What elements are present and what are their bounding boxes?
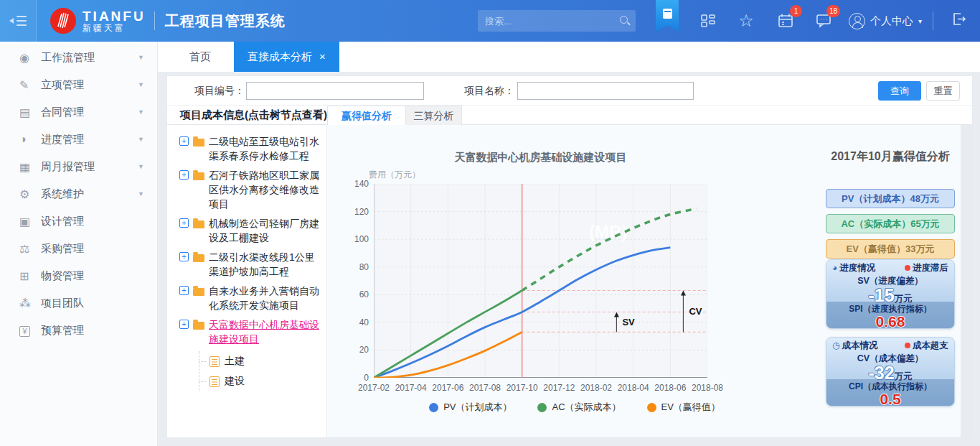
chevron-down-icon: ▾: [918, 17, 922, 25]
sidebar-item-label: 周月报管理: [41, 160, 95, 174]
x-tick: 2017-08: [466, 383, 504, 393]
legend-label: EV（赢得值）: [661, 401, 720, 414]
y-tick: 60: [340, 289, 369, 299]
x-tick: 2018-04: [614, 383, 653, 393]
calendar-badge: 1: [790, 5, 802, 17]
close-icon[interactable]: ×: [319, 50, 326, 62]
sidebar-item-label: 物资管理: [41, 269, 84, 283]
scrollbar-track[interactable]: [961, 125, 972, 437]
message-badge: 18: [826, 5, 840, 17]
tree-leaf-1[interactable]: 建设: [199, 371, 319, 391]
tab-earned-value-analysis[interactable]: 赢得值分析: [327, 106, 406, 126]
sidebar-item-label: 采购管理: [41, 242, 84, 256]
logout-icon[interactable]: [951, 11, 966, 29]
schedule-card: ◕进度情况 进度滞后 SV（进度偏差） -15万元 SPI（进度执行指标） 0.…: [826, 259, 955, 329]
sidebar-item-3[interactable]: ◑进度管理▼: [0, 126, 157, 153]
x-tick: 2017-06: [428, 383, 467, 393]
expand-plus-icon[interactable]: +: [179, 252, 189, 261]
sidebar-item-label: 进度管理: [41, 133, 84, 147]
tab-direct-cost-analysis[interactable]: 直接成本分析×: [234, 42, 339, 72]
tab-three-estimate-analysis[interactable]: 三算分析: [406, 106, 462, 126]
spi-value: 0.68: [826, 315, 954, 328]
apps-grid-icon[interactable]: [699, 11, 717, 30]
tree-node-label: 二级引水渠改线段1公里渠道护坡加高工程: [209, 250, 319, 279]
y-tick: 100: [340, 234, 369, 244]
sidebar-collapse-button[interactable]: [0, 0, 37, 42]
sidebar-item-0[interactable]: ◉工作流管理▼: [0, 44, 157, 71]
search-button[interactable]: 查询: [878, 81, 921, 101]
system-maintenance-icon: ⚙: [19, 187, 41, 201]
tianfu-logo-icon: [50, 7, 77, 34]
messages-icon[interactable]: 18: [814, 11, 833, 30]
sidebar-item-6[interactable]: ▣设计管理: [0, 208, 157, 235]
legend-item[interactable]: AC（实际成本）: [537, 401, 621, 414]
tree-node-0[interactable]: +二级电站至五级电站引水渠系春系停水检修工程: [179, 134, 319, 163]
sidebar-item-10[interactable]: ¥预算管理: [0, 317, 157, 344]
design-icon: ▣: [19, 215, 41, 228]
svg-text:CV: CV: [689, 306, 702, 317]
chevron-down-icon: ▼: [138, 163, 144, 170]
bookmark-ribbon-icon[interactable]: [656, 0, 679, 32]
schedule-card-title: 进度情况: [839, 263, 875, 273]
cost-card-title: 成本情况: [842, 340, 877, 350]
calendar-icon[interactable]: 1: [776, 11, 795, 30]
expand-plus-icon[interactable]: +: [179, 320, 189, 329]
y-tick: 20: [340, 345, 369, 355]
folder-icon: [193, 322, 204, 330]
expand-plus-icon[interactable]: +: [179, 170, 189, 180]
cost-status: 成本超支: [913, 340, 948, 350]
tab-home[interactable]: 首页: [166, 42, 234, 72]
project-name-label: 项目名称：: [443, 85, 514, 98]
tree-node-label: 石河子铁路地区职工家属区供水分离移交维修改造项目: [209, 168, 319, 211]
expand-plus-icon[interactable]: +: [179, 136, 189, 146]
brand-subname: 新疆天富: [83, 24, 146, 33]
pv-metric-box: PV（计划成本）48万元: [826, 189, 955, 208]
y-tick: 80: [340, 262, 369, 272]
favorites-star-icon[interactable]: ☆: [737, 11, 755, 30]
tree-node-4[interactable]: +自来水业务并入营销自动化系统开发实施项目: [179, 284, 319, 312]
legend-dot-icon: [537, 403, 547, 412]
cost-card: ◷成本情况 成本超支 CV（成本偏差） -32万元 CPI（成本执行指标） 0.…: [826, 337, 955, 406]
header-divider-2: [933, 11, 933, 30]
search-input[interactable]: [478, 16, 618, 27]
app-header: TIANFU 新疆天富 工程项目管理系统 ☆ 1: [0, 0, 980, 42]
user-menu-label: 个人中心: [870, 14, 913, 28]
expand-plus-icon[interactable]: +: [179, 218, 189, 228]
brand-name: TIANFU: [83, 9, 146, 24]
expand-plus-icon[interactable]: +: [179, 286, 189, 295]
sidebar-item-label: 项目团队: [41, 297, 84, 310]
sidebar-item-5[interactable]: ⚙系统维护▼: [0, 180, 157, 208]
sidebar-item-2[interactable]: ▤合同管理▼: [0, 98, 157, 126]
sidebar-item-1[interactable]: ✎立项管理▼: [0, 71, 157, 98]
document-icon: [209, 356, 220, 367]
legend-item[interactable]: EV（赢得值）: [647, 401, 720, 414]
sidebar-item-8[interactable]: ⊞物资管理: [0, 262, 157, 289]
legend-item[interactable]: PV（计划成本）: [429, 401, 512, 414]
tree-node-label: 自来水业务并入营销自动化系统开发实施项目: [209, 284, 319, 312]
tree-leaf-0[interactable]: 土建: [199, 351, 319, 371]
sidebar-item-4[interactable]: ▦周月报管理▼: [0, 153, 157, 180]
reset-button[interactable]: 重置: [926, 81, 960, 101]
contract-icon: ▤: [19, 106, 41, 119]
sidebar-item-7[interactable]: ⚖采购管理: [0, 235, 157, 262]
project-code-input[interactable]: [246, 82, 424, 100]
tree-node-3[interactable]: +二级引水渠改线段1公里渠道护坡加高工程: [179, 250, 319, 279]
summary-title: 2017年10月赢得值分析: [826, 149, 955, 164]
tree-node-1[interactable]: +石河子铁路地区职工家属区供水分离移交维修改造项目: [179, 168, 319, 211]
search-icon[interactable]: [618, 14, 630, 27]
materials-icon: ⊞: [19, 269, 41, 283]
tree-node-2[interactable]: +机械制造公司轻钢厂房建设及工棚建设: [179, 216, 319, 245]
sidebar-item-9[interactable]: ⁂项目团队: [0, 289, 157, 317]
brand-logo: TIANFU 新疆天富: [50, 7, 146, 34]
tree-node-5[interactable]: +天富数据中心机房基础设施建设项目: [179, 317, 319, 346]
project-name-input[interactable]: [517, 82, 694, 100]
tree-leaf-label: 土建: [225, 355, 245, 368]
y-tick: 140: [340, 179, 369, 189]
user-menu[interactable]: 个人中心 ▾: [849, 0, 922, 42]
ac-metric-box: AC（实际成本）65万元: [826, 214, 955, 233]
chevron-down-icon: ▼: [138, 81, 144, 88]
x-tick: 2017-04: [392, 383, 430, 393]
sidebar-item-label: 工作流管理: [41, 51, 95, 65]
sidebar-item-label: 合同管理: [41, 106, 84, 119]
x-tick: 2017-02: [354, 383, 393, 393]
